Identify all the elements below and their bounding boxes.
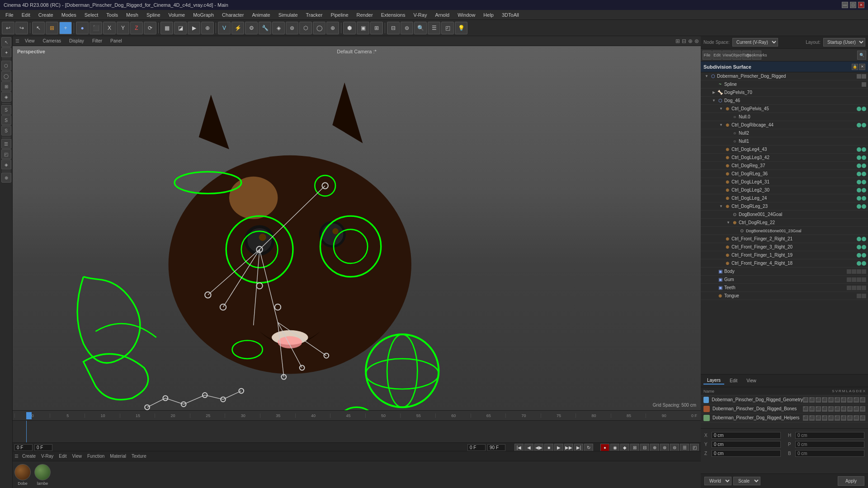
vp-icon-4[interactable]: ⊛: [694, 38, 699, 44]
obj-toggle-dogpelvis70[interactable]: ▶: [712, 90, 716, 95]
layer-icon-h-6[interactable]: ⬛: [835, 415, 840, 421]
left-tool-8[interactable]: S: [1, 115, 11, 125]
menu-edit[interactable]: Edit: [18, 11, 34, 19]
layer-icon-g-6[interactable]: ⬛: [835, 397, 840, 403]
menu-volume[interactable]: Volume: [165, 11, 189, 19]
coord-input-b[interactable]: [795, 450, 864, 457]
obj-toggle-finger2-21[interactable]: [719, 237, 723, 241]
menu-pipeline[interactable]: Pipeline: [327, 11, 352, 19]
vp-tab-panel[interactable]: Panel: [107, 38, 126, 44]
obj-row-dogleg4-43[interactable]: ⊕ Ctrl_DogLeg4_43: [701, 145, 868, 154]
tool-i[interactable]: ⊛: [286, 22, 298, 34]
obj-row-null0[interactable]: ○ Null.0: [701, 113, 868, 121]
keyframe-button[interactable]: ◆: [620, 444, 629, 452]
obj-row-finger4-18[interactable]: ⊕ Ctrl_Front_Finger_4_Right_18: [701, 259, 868, 267]
obj-teeth-vis4[interactable]: [862, 286, 866, 290]
obj-dot-finger2-21-1[interactable]: [857, 237, 861, 241]
search-btn[interactable]: 🔍: [414, 22, 427, 34]
obj-toggle-body[interactable]: [712, 269, 716, 274]
select-tool[interactable]: ↖: [32, 22, 45, 34]
maximize-button[interactable]: □: [850, 2, 856, 8]
vp-icon-1[interactable]: ⊞: [675, 38, 680, 44]
prev-frame-button[interactable]: ◀: [524, 444, 533, 452]
obj-teeth-vis2[interactable]: [852, 286, 856, 290]
coord-input-z[interactable]: [712, 450, 781, 457]
vp-tab-filter[interactable]: Filter: [89, 38, 106, 44]
mat-vray-menu[interactable]: V-Ray: [39, 454, 55, 459]
obj-row-dogleg3-42[interactable]: ⊕ Ctrl_DogLLeg3_42: [701, 154, 868, 162]
obj-toggle-finger4-18[interactable]: [719, 261, 723, 266]
mat-edit-menu[interactable]: Edit: [57, 454, 68, 459]
tool-a[interactable]: ▦: [160, 22, 173, 34]
obj-spline-vis[interactable]: [862, 82, 866, 87]
obj-dot-finger4-18-1[interactable]: [857, 261, 861, 266]
scale-tool[interactable]: +: [59, 22, 72, 34]
obj-toggle-spline[interactable]: [712, 82, 716, 87]
layer-icon-b-6[interactable]: ⬛: [835, 406, 840, 412]
tool-j[interactable]: ⬡: [299, 22, 312, 34]
goto-end-button[interactable]: ▶|: [574, 444, 583, 452]
timeline-icon-4[interactable]: ⊜: [670, 444, 679, 452]
timeline-content[interactable]: [13, 421, 701, 442]
menu-tools[interactable]: Tools: [103, 11, 122, 19]
left-tool-9[interactable]: S: [1, 126, 11, 136]
obj-row-rleg23[interactable]: ▼ ⊕ Ctrl_DogRLeg_23: [701, 202, 868, 211]
obj-dot-leg43-1[interactable]: [857, 147, 861, 152]
obj-row-gum[interactable]: ▣ Gum: [701, 276, 868, 284]
layers-tab-edit[interactable]: Edit: [726, 377, 741, 384]
tool-l[interactable]: ⊕: [326, 22, 339, 34]
obj-toggle-dogbone001-23goal[interactable]: [733, 229, 738, 233]
mat-view-menu[interactable]: View: [70, 454, 84, 459]
obj-row-spline[interactable]: ~ Spline: [701, 80, 868, 89]
layer-icon-h-5[interactable]: ⬛: [828, 415, 834, 421]
motion-button[interactable]: ⊞: [630, 444, 639, 452]
obj-dot-pelvis45-1[interactable]: [857, 107, 861, 111]
current-frame-input[interactable]: 0 F: [14, 444, 33, 451]
tool-d[interactable]: ⊕: [201, 22, 214, 34]
obj-row-lleg24[interactable]: ⊕ Ctrl_DogLLeg_24: [701, 194, 868, 202]
obj-dot-reg37-2[interactable]: [862, 164, 866, 168]
obj-dot-finger2-21-2[interactable]: [862, 237, 866, 241]
obj-dot-lleg4-31-1[interactable]: [857, 180, 861, 184]
obj-dot-rleg23-1[interactable]: [857, 204, 861, 209]
obj-gum-vis4[interactable]: [862, 277, 866, 282]
layer-icon-h-10[interactable]: ⬛: [860, 415, 865, 421]
obj-body-vis3[interactable]: [857, 269, 861, 274]
render-btn[interactable]: ▣: [357, 22, 369, 34]
z-mode[interactable]: Z: [130, 22, 143, 34]
mat-function-menu[interactable]: Function: [85, 454, 106, 459]
obj-row-ctrl-dogpelvis45[interactable]: ▼ ⊕ Ctrl_DogPelvis_45: [701, 105, 868, 113]
mgr-search[interactable]: 🔍: [857, 51, 866, 60]
tool-k[interactable]: ◯: [313, 22, 326, 34]
mat-create-menu[interactable]: Create: [20, 454, 38, 459]
mgr-object-menu[interactable]: Object: [732, 51, 741, 60]
mgr-file-menu[interactable]: File: [703, 51, 712, 60]
obj-dot-lleg2-30-1[interactable]: [857, 188, 861, 192]
layer-icon-h-7[interactable]: ⬛: [841, 415, 846, 421]
obj-dot-leg42-2[interactable]: [862, 155, 866, 160]
stop-button[interactable]: ■: [544, 444, 553, 452]
redo-button[interactable]: ↪: [15, 22, 28, 34]
obj-dot-rleg23-2[interactable]: [862, 204, 866, 209]
layers-tab-view[interactable]: View: [743, 377, 760, 384]
rotate-mode[interactable]: ⟳: [144, 22, 156, 34]
timeline-icon-3[interactable]: ⊛: [660, 444, 669, 452]
layer-icon-b-9[interactable]: ⬛: [854, 406, 859, 412]
obj-row-finger3-20[interactable]: ⊕ Ctrl_Front_Finger_3_Right_20: [701, 243, 868, 251]
layer-icon-g-4[interactable]: ⬛: [822, 397, 827, 403]
menu-extensions[interactable]: Extensions: [377, 11, 409, 19]
left-tool-1[interactable]: ↖: [1, 37, 11, 47]
menu-select[interactable]: Select: [81, 11, 102, 19]
obj-mode[interactable]: ●: [76, 22, 89, 34]
timeline-cursor[interactable]: [26, 412, 32, 419]
record-audio-button[interactable]: ◉: [610, 444, 619, 452]
vp-icon-2[interactable]: ⊟: [682, 38, 686, 44]
obj-row-doglleg4-31[interactable]: ⊕ Ctrl_DogLLeg4_31: [701, 178, 868, 186]
menu-mograph[interactable]: MoGraph: [189, 11, 217, 19]
menu-mesh[interactable]: Mesh: [123, 11, 142, 19]
tool-o[interactable]: ☰: [428, 22, 440, 34]
frame-start-display[interactable]: 0 F: [467, 444, 486, 451]
obj-toggle-finger1-19[interactable]: [719, 253, 723, 258]
minimize-button[interactable]: —: [842, 2, 848, 8]
obj-row-rleg22[interactable]: ▼ ⊕ Ctrl_DogRLeg_22: [701, 219, 868, 227]
